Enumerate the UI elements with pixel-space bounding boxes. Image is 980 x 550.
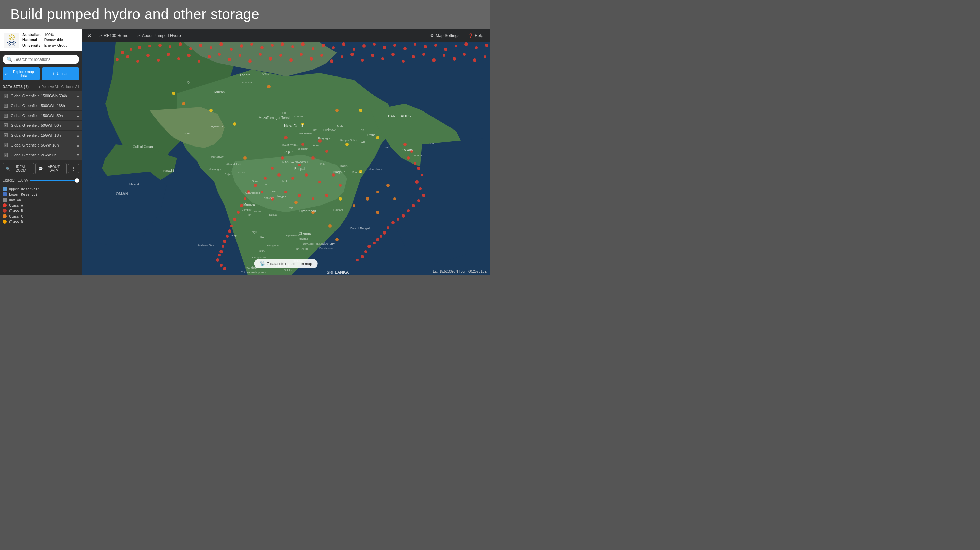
svg-point-151 (376, 191, 379, 193)
svg-text:Patnam: Patnam (334, 208, 343, 211)
svg-point-87 (419, 187, 422, 190)
explore-map-data-button[interactable]: ⊕ Explore map data (3, 67, 40, 80)
svg-text:BANGLADES...: BANGLADES... (388, 114, 414, 118)
svg-text:Prayagraj: Prayagraj (318, 137, 331, 140)
svg-text:UP: UP (313, 128, 317, 132)
svg-point-84 (417, 166, 420, 170)
svg-text:Jaipur: Jaipur (284, 150, 293, 154)
svg-point-156 (172, 92, 175, 95)
map-close-button[interactable]: ✕ (84, 31, 94, 40)
map-settings-button[interactable]: ⚙ Map Settings (426, 32, 463, 40)
more-options-button[interactable]: ⋮ (68, 164, 79, 173)
svg-point-6 (121, 51, 124, 54)
map-help-button[interactable]: ❓ Help (464, 32, 487, 40)
svg-point-160 (376, 136, 379, 139)
svg-point-74 (432, 59, 436, 62)
svg-text:Nagpur: Nagpur (277, 195, 286, 198)
dataset-checkbox-2[interactable]: ▪ (4, 114, 8, 117)
svg-point-18 (240, 44, 243, 48)
datasets-title: DATA SETS (7) (3, 85, 29, 89)
search-input[interactable] (14, 57, 75, 62)
svg-point-154 (376, 211, 379, 214)
dataset-item-4[interactable]: ▪ Global Greenfield 15GWh 18h ▴ (0, 130, 82, 140)
ideal-zoom-button[interactable]: 🔍 IDEAL ZOOM (3, 163, 34, 174)
svg-point-14 (199, 43, 202, 47)
svg-point-145 (294, 201, 298, 204)
svg-text:Patna: Patna (368, 133, 375, 137)
svg-text:Kolkata: Kolkata (401, 148, 413, 152)
re100-home-nav[interactable]: ↗ RE100 Home (95, 32, 132, 40)
about-data-button[interactable]: 💬 ABOUT DATA (35, 163, 67, 174)
svg-text:Taluka: Taluka (284, 269, 292, 272)
map-status-text: 7 datasets enabled on map (267, 262, 312, 266)
svg-point-130 (318, 181, 321, 183)
main-container: Australian National University 100% Rene… (0, 29, 490, 275)
svg-text:Vijayawada: Vijayawada (286, 234, 300, 237)
svg-point-54 (228, 58, 231, 61)
map-status-bar: 📡 7 datasets enabled on map (254, 259, 318, 268)
dataset-checkbox-4[interactable]: ▪ (4, 133, 8, 137)
svg-point-128 (291, 177, 294, 180)
svg-point-102 (361, 255, 364, 258)
svg-text:Aurangabad: Aurangabad (245, 191, 260, 195)
search-box[interactable]: 🔍 (3, 55, 79, 64)
svg-point-43 (116, 58, 119, 61)
dataset-checkbox-1[interactable]: ▪ (4, 104, 8, 108)
map-coordinates: Lat: 15.520398N | Lon: 60.257018E (433, 269, 487, 273)
svg-text:Puducherry: Puducherry (319, 242, 335, 246)
opacity-slider[interactable] (30, 180, 79, 181)
svg-text:Mumbai: Mumbai (243, 203, 256, 206)
svg-point-161 (359, 109, 363, 112)
dataset-name-2: Global Greenfield 150GWh 50h (11, 114, 77, 117)
svg-point-35 (414, 43, 417, 46)
map-area[interactable]: ✕ ↗ RE100 Home ↗ About Pumped Hydro ⚙ Ma… (82, 29, 490, 275)
svg-point-110 (228, 230, 231, 233)
svg-point-133 (325, 194, 328, 197)
dataset-checkbox-5[interactable]: ▪ (4, 143, 8, 147)
svg-text:HR: HR (282, 111, 286, 114)
opacity-thumb[interactable] (75, 179, 79, 182)
legend-color-class-a (3, 203, 7, 208)
svg-point-68 (371, 54, 374, 57)
svg-point-41 (475, 46, 478, 49)
svg-text:angli: angli (231, 234, 237, 237)
remove-all-label: Remove All (41, 85, 59, 89)
svg-point-22 (281, 43, 284, 46)
remove-all-button[interactable]: ⊖ Remove All (37, 85, 58, 89)
dataset-checkbox-3[interactable]: ▪ (4, 124, 8, 127)
svg-point-91 (407, 209, 410, 212)
svg-text:Ar Al...: Ar Al... (184, 132, 192, 135)
svg-point-39 (455, 44, 457, 47)
dataset-item-6[interactable]: ▪ Global Greenfield 2GWh 6h ▾ (0, 150, 82, 160)
about-pumped-hydro-nav[interactable]: ↗ About Pumped Hydro (133, 32, 185, 40)
datasets-actions: ⊖ Remove All Collapse All (37, 85, 79, 89)
svg-point-25 (312, 47, 314, 50)
svg-point-16 (220, 43, 223, 46)
dataset-item-5[interactable]: ▪ Global Greenfield 5GWh 18h ▴ (0, 140, 82, 150)
svg-point-139 (253, 184, 257, 187)
legend-item-6: Class D (3, 219, 79, 224)
svg-point-136 (285, 191, 287, 193)
dataset-item-1[interactable]: ▪ Global Greenfield 500GWh 168h ▴ (0, 101, 82, 111)
svg-point-143 (335, 109, 339, 112)
svg-point-55 (239, 54, 241, 57)
svg-point-129 (305, 173, 308, 177)
dataset-checkbox-0[interactable]: ▪ (4, 94, 8, 98)
dataset-item-2[interactable]: ▪ Global Greenfield 150GWh 50h ▴ (0, 111, 82, 120)
collapse-all-button[interactable]: Collapse All (61, 85, 79, 89)
dataset-item-3[interactable]: ▪ Global Greenfield 50GWh 50h ▴ (0, 120, 82, 130)
svg-point-60 (289, 59, 293, 62)
map-background[interactable]: Gulf of Oman Mascat OMAN Karachi Qu... M… (82, 43, 490, 275)
svg-point-83 (414, 162, 417, 165)
svg-text:Janeshwar: Janeshwar (369, 168, 382, 171)
map-settings-label: Map Settings (436, 33, 460, 38)
svg-text:Poona: Poona (253, 210, 262, 213)
svg-point-77 (463, 53, 466, 56)
svg-point-157 (233, 122, 237, 126)
svg-point-64 (330, 60, 334, 63)
svg-text:Mascat: Mascat (129, 182, 140, 186)
upload-button[interactable]: ⬆ Upload (42, 67, 79, 80)
dataset-item-0[interactable]: ▪ Global Greenfield 1500GWh 504h ▴ (0, 91, 82, 101)
dataset-checkbox-6[interactable]: ▪ (4, 153, 8, 157)
legend-label-dam-wall: Dam Wall (9, 198, 25, 202)
